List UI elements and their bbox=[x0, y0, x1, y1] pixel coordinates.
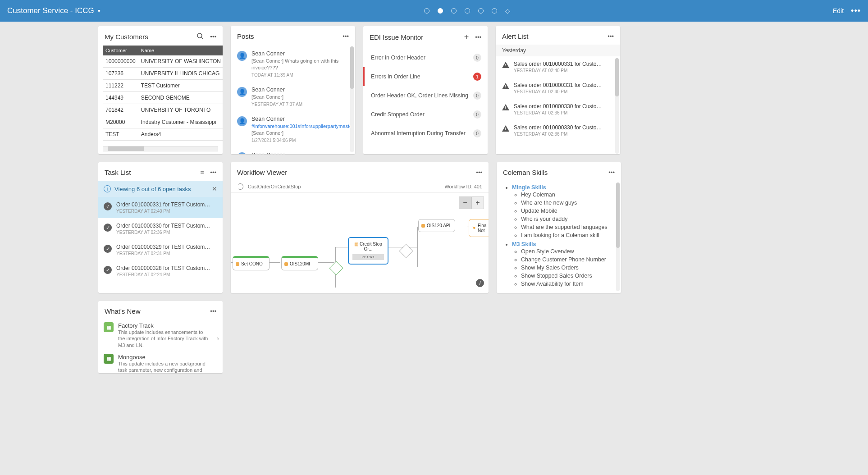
skill-item[interactable]: I am looking for a Coleman skill bbox=[521, 231, 615, 239]
wf-node-ois120mi[interactable]: OIS120MI bbox=[281, 256, 318, 270]
skill-section-header: Mingle Skills bbox=[512, 184, 546, 191]
alert-item[interactable]: Sales order 0010000331 for Customer 1112… bbox=[496, 78, 620, 99]
close-icon[interactable]: ✕ bbox=[212, 185, 217, 192]
add-icon[interactable]: + bbox=[464, 32, 469, 42]
alert-time: YESTERDAY AT 02:40 PM bbox=[514, 89, 604, 94]
skill-item[interactable]: Change Customer Phone Number bbox=[521, 256, 615, 264]
whats-new-item[interactable]: ▦ Factory Track This update includes enh… bbox=[104, 320, 217, 351]
page-dot-1[interactable] bbox=[438, 8, 443, 14]
task-item[interactable]: ✓ Order 0010000330 for TEST Customer is … bbox=[98, 218, 223, 239]
skill-item[interactable]: Show Stopped Sales Orders bbox=[521, 272, 615, 280]
avatar: 👤 bbox=[237, 116, 247, 126]
more-icon[interactable]: ••• bbox=[343, 33, 349, 40]
task-text: Order 0010000328 for TEST Customer is st… bbox=[116, 265, 211, 271]
task-item[interactable]: ✓ Order 0010000329 for TEST Customer is … bbox=[98, 239, 223, 260]
page-end-icon[interactable]: ◇ bbox=[505, 7, 510, 14]
alert-item[interactable]: Sales order 0010000330 for Customer 1112… bbox=[496, 99, 620, 120]
post-body: #inforwarehouse:001#inforsupplierpartyma… bbox=[251, 123, 354, 137]
workflow-canvas[interactable]: − + Set CONO OIS120MI ▦ Credi bbox=[231, 192, 489, 291]
edi-card: EDI Issue Monitor + ••• Error in Order H… bbox=[363, 26, 488, 154]
task-item[interactable]: ✓ Order 0010000331 for TEST Customer is … bbox=[98, 197, 223, 218]
skill-item[interactable]: What are the supported languages bbox=[521, 223, 615, 231]
table-row[interactable]: TESTAnders4 bbox=[103, 128, 223, 141]
more-icon[interactable]: ••• bbox=[608, 33, 614, 40]
post-item[interactable]: 👤 Sean Conner [Sean Conner] Whats going … bbox=[231, 46, 355, 82]
wf-node-set-cono[interactable]: Set CONO bbox=[233, 256, 270, 270]
wf-node-ois120-api[interactable]: OIS120 API bbox=[418, 219, 455, 232]
chevron-right-icon[interactable]: › bbox=[217, 335, 219, 342]
search-icon[interactable] bbox=[196, 32, 204, 41]
table-row[interactable]: 111222TEST Customer bbox=[103, 80, 223, 92]
table-row[interactable]: 701842UNIVERSITY OF TORONTO bbox=[103, 104, 223, 116]
zoom-out-button[interactable]: − bbox=[459, 196, 471, 209]
info-icon: i bbox=[104, 185, 111, 192]
more-icon[interactable]: ••• bbox=[475, 34, 481, 41]
col-name[interactable]: Name bbox=[138, 46, 223, 55]
table-row[interactable]: 1000000000UNIVERSITY OF WASHINGTON bbox=[103, 55, 223, 68]
edi-item[interactable]: Credit Stopped Order0 bbox=[363, 105, 488, 124]
more-icon[interactable]: ••• bbox=[210, 308, 216, 315]
wf-decision-2[interactable] bbox=[399, 244, 413, 258]
task-item[interactable]: ✓ Order 0010000328 for TEST Customer is … bbox=[98, 260, 223, 282]
alert-item[interactable]: Sales order 0010000331 for Customer 1112… bbox=[496, 56, 620, 78]
post-time: TODAY AT 11:39 AM bbox=[251, 72, 349, 78]
skill-item[interactable]: Who is your daddy bbox=[521, 215, 615, 223]
edi-item[interactable]: Order Header OK, Order Lines Missing0 bbox=[363, 86, 488, 105]
edi-item[interactable]: Error in Order Header0 bbox=[363, 48, 488, 67]
wf-decision-1[interactable] bbox=[329, 261, 343, 275]
wf-node-final[interactable]: ⚑Final Not bbox=[469, 219, 489, 237]
edi-item[interactable]: Abnormal Interruption During Transfer0 bbox=[363, 124, 488, 143]
skill-item[interactable]: Show Availability for Item bbox=[521, 280, 615, 288]
skill-item[interactable]: Hey Coleman bbox=[521, 191, 615, 199]
more-icon[interactable]: ••• bbox=[210, 169, 216, 176]
table-row[interactable]: M20000Industry Customer - Mississippi bbox=[103, 116, 223, 128]
post-body: [Sean Conner] bbox=[251, 94, 302, 100]
note-icon: ▦ bbox=[354, 242, 358, 247]
skill-item[interactable]: Show My Sales Orders bbox=[521, 264, 615, 272]
vscrollbar[interactable] bbox=[616, 183, 620, 291]
gear-icon bbox=[236, 262, 239, 266]
task-list-title: Task List bbox=[105, 169, 200, 176]
page-dot-5[interactable] bbox=[492, 8, 497, 14]
more-icon[interactable]: ••• bbox=[851, 6, 861, 16]
page-dot-0[interactable] bbox=[424, 8, 429, 14]
post-item[interactable]: 👤 Sean Conner [Sean Conner] YESTERDAY AT… bbox=[231, 82, 355, 112]
hscrollbar[interactable] bbox=[103, 146, 218, 151]
posts-card: Posts ••• 👤 Sean Conner [Sean Conner] Wh… bbox=[231, 26, 355, 154]
more-icon[interactable]: ••• bbox=[608, 169, 615, 176]
more-icon[interactable]: ••• bbox=[210, 33, 216, 40]
task-time: YESTERDAY AT 02:36 PM bbox=[116, 230, 211, 235]
zoom-in-button[interactable]: + bbox=[471, 196, 484, 209]
alert-item[interactable]: Sales order 0010000330 for Customer 1112… bbox=[496, 120, 620, 141]
post-item[interactable]: 👤 Sean Conner [Sean Conner] 1/19/2021 9:… bbox=[231, 148, 355, 154]
skill-item[interactable]: Open Style Overview bbox=[521, 247, 615, 256]
post-time: YESTERDAY AT 7:37 AM bbox=[251, 101, 302, 108]
wn-desc: This update includes a new background ta… bbox=[118, 361, 217, 373]
whats-new-item[interactable]: ▦ Mongoose This update includes a new ba… bbox=[104, 351, 217, 373]
refresh-icon[interactable] bbox=[237, 183, 243, 190]
page-title-dropdown[interactable]: Customer Service - ICCG ▼ bbox=[7, 6, 101, 15]
table-row[interactable]: 144949SECOND GENOME bbox=[103, 92, 223, 104]
wf-node-credit-stop[interactable]: ▦ Credit Stop Or... id: 1371 bbox=[348, 237, 388, 265]
post-item[interactable]: 👤 Sean Conner #inforwarehouse:001#infors… bbox=[231, 112, 355, 148]
skill-item[interactable]: Update Mobile bbox=[521, 207, 615, 215]
my-customers-card: My Customers ••• Customer Name 100000000… bbox=[98, 26, 223, 154]
more-icon[interactable]: ••• bbox=[476, 169, 482, 176]
chevron-down-icon: ▼ bbox=[97, 9, 101, 14]
page-dot-4[interactable] bbox=[478, 8, 484, 14]
skill-item[interactable]: Who are the new guys bbox=[521, 199, 615, 207]
page-dot-3[interactable] bbox=[465, 8, 470, 14]
filter-icon[interactable]: ≡ bbox=[200, 169, 204, 176]
page-dot-2[interactable] bbox=[451, 8, 457, 14]
alert-list-title: Alert List bbox=[502, 32, 608, 40]
task-time: YESTERDAY AT 02:31 PM bbox=[116, 251, 211, 256]
info-icon[interactable]: i bbox=[476, 279, 484, 287]
wn-title: Factory Track bbox=[118, 322, 217, 329]
check-icon: ✓ bbox=[104, 266, 112, 274]
col-customer[interactable]: Customer bbox=[103, 46, 138, 55]
edit-button[interactable]: Edit bbox=[833, 7, 844, 14]
edi-item[interactable]: Errors in Order Line1 bbox=[363, 67, 488, 86]
vscrollbar[interactable] bbox=[615, 58, 619, 154]
table-row[interactable]: 107236UNIVERSITY ILLINOIS CHICAG bbox=[103, 68, 223, 80]
vscrollbar[interactable] bbox=[350, 46, 354, 152]
